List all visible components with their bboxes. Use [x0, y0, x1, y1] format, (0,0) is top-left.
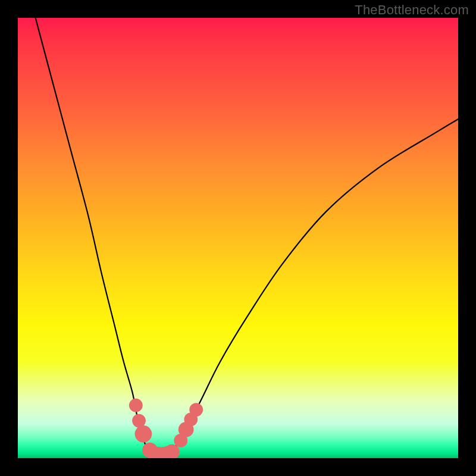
curve-marker: [129, 399, 143, 412]
plot-area: [18, 18, 458, 458]
bottleneck-curve: [36, 18, 458, 457]
curve-svg: [18, 18, 458, 458]
curve-marker: [135, 425, 152, 443]
chart-frame: TheBottleneck.com: [0, 0, 476, 476]
marker-group: [129, 399, 203, 458]
curve-marker: [189, 403, 203, 416]
attribution-text: TheBottleneck.com: [355, 2, 469, 18]
